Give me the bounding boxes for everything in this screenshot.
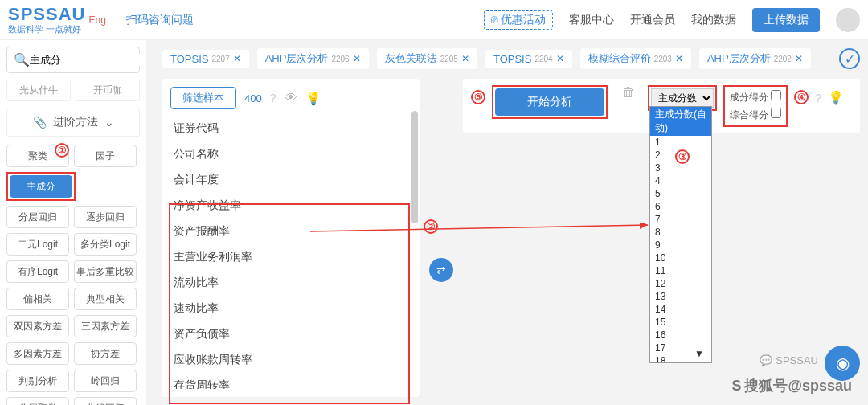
method-判别分析[interactable]: 判别分析 [6,370,69,392]
method-典型相关[interactable]: 典型相关 [74,288,137,310]
method-岭回归[interactable]: 岭回归 [74,370,137,392]
dropdown-option[interactable]: 5 [650,187,711,200]
dropdown-option[interactable]: 11 [650,264,711,277]
dropdown-option[interactable]: 10 [650,252,711,264]
help-icon-2[interactable]: ? [815,92,821,104]
eye-icon[interactable]: 👁 [285,91,297,105]
close-icon[interactable]: ✕ [233,53,241,64]
annotation-2: ② [424,219,438,234]
var-item[interactable]: 应收账款周转率 [170,347,411,373]
method-协方差[interactable]: 协方差 [74,342,137,365]
method-因子[interactable]: 因子 [74,145,137,167]
method-分层回归[interactable]: 分层回归 [6,206,69,228]
method-分层聚类[interactable]: 分层聚类 [6,397,69,405]
method-三因素方差[interactable]: 三因素方差 [74,315,137,338]
method-逐步回归[interactable]: 逐步回归 [74,206,137,228]
dropdown-option[interactable]: 4 [650,174,711,187]
close-icon[interactable]: ✕ [556,53,564,64]
close-icon[interactable]: ✕ [795,53,803,64]
var-item[interactable]: 会计年度 [170,167,411,193]
logo: SPSSAU [8,4,85,24]
nav-member[interactable]: 开通会员 [630,13,675,27]
search-icon: 🔍 [14,52,30,68]
promo-link[interactable]: ⎚ 优惠活动 [484,10,553,30]
search-input[interactable] [30,54,165,66]
method-二元Logit[interactable]: 二元Logit [6,233,69,256]
var-item[interactable]: 主营业务利润率 [170,244,411,270]
watermark: S 搜狐号@spssau [731,376,852,395]
dropdown-option[interactable]: 6 [650,200,711,213]
dropdown-option[interactable]: 7 [650,213,711,226]
dropdown-option[interactable]: 15 [650,316,711,329]
start-analysis-button[interactable]: 开始分析 [495,88,604,116]
var-item[interactable]: 公司名称 [170,141,411,167]
nav-support[interactable]: 客服中心 [569,13,614,27]
var-item[interactable]: 速动比率 [170,296,411,321]
method-主成分[interactable]: 主成分 [10,175,72,198]
dropdown-option[interactable]: 1 [650,136,711,149]
annotation-3: ③ [675,149,690,164]
sample-count: 400 [244,92,262,104]
trash-icon[interactable]: 🗑 [622,85,635,100]
upload-button[interactable]: 上传数据 [752,8,820,32]
composite-checkbox[interactable]: 综合得分 [730,108,781,122]
var-item[interactable]: 证券代码 [170,116,411,141]
dropdown-option[interactable]: 16 [650,329,711,342]
chevron-down-icon: ⌄ [104,116,114,129]
side-half-2[interactable]: 开币咖 [76,80,140,101]
method-偏相关[interactable]: 偏相关 [6,288,69,310]
filter-sample-button[interactable]: 筛选样本 [170,87,236,109]
annotation-5: ⑤ [471,90,485,104]
dropdown-option[interactable]: 9 [650,239,711,252]
side-half-1[interactable]: 光从什牛 [6,80,71,101]
avatar[interactable] [836,8,860,32]
var-item[interactable]: 流动比率 [170,270,411,296]
var-item[interactable]: 存货周转率 [170,373,411,389]
method-双因素方差[interactable]: 双因素方差 [6,315,69,338]
tab-2206[interactable]: AHP层次分析2206✕ [257,48,369,69]
tab-2207[interactable]: TOPSIS2207✕ [162,50,249,68]
annotation-4: ④ [794,90,809,104]
close-icon[interactable]: ✕ [675,53,683,64]
dropdown-option[interactable]: 12 [650,277,711,290]
bulb-icon-2[interactable]: 💡 [828,90,844,105]
search-input-wrap[interactable]: 🔍 ✕ [6,47,140,73]
dropdown-option[interactable]: 13 [650,290,711,303]
dropdown-option[interactable]: 14 [650,303,711,316]
transfer-button[interactable]: ⇄ [429,258,453,282]
method-多因素方差[interactable]: 多因素方差 [6,342,69,365]
svg-marker-1 [640,223,648,229]
method-曲线回归[interactable]: 曲线回归 [74,397,137,405]
tab-2202[interactable]: AHP层次分析2202✕ [699,48,811,69]
var-item[interactable]: 资产负债率 [170,321,411,347]
method-有序Logit[interactable]: 有序Logit [6,260,69,283]
lang-eng[interactable]: Eng [88,14,105,26]
scrollbar[interactable] [411,111,418,223]
bulb-icon[interactable]: 💡 [305,91,321,106]
tab-2204[interactable]: TOPSIS2204✕ [485,50,572,68]
scan-text[interactable]: 扫码咨询问题 [126,13,194,27]
close-icon[interactable]: ✕ [353,53,361,64]
annotation-1: ① [55,143,69,158]
paperclip-icon: 📎 [33,116,47,129]
score-checkbox[interactable]: 成分得分 [730,90,781,104]
var-item[interactable]: 净资产收益率 [170,193,411,219]
logo-slogan: 数据科学 一点就好 [8,23,85,35]
help-icon[interactable]: ? [270,92,276,104]
pc-count-select[interactable]: 主成分数(自 [651,88,714,108]
arrow-annotation [310,223,656,248]
method-事后多重比较[interactable]: 事后多重比较 [74,260,137,283]
dropdown-option[interactable]: 主成分数(自动) [650,107,711,136]
dropdown-option[interactable]: 8 [650,226,711,239]
advance-methods-toggle[interactable]: 📎 进阶方法 ⌄ [6,108,140,137]
pc-count-dropdown[interactable]: 主成分数(自动) 1234567891011121314151617181920… [649,106,712,363]
close-icon[interactable]: ✕ [461,53,469,64]
refresh-icon[interactable]: ✓ [839,48,860,69]
svg-line-0 [310,225,648,231]
tab-2205[interactable]: 灰色关联法2205✕ [377,48,477,69]
watermark-top: 💬 SPSSAU [760,354,818,366]
tab-2203[interactable]: 模糊综合评价2203✕ [580,48,691,69]
method-多分类Logit[interactable]: 多分类Logit [74,233,137,256]
scroll-down-icon[interactable]: ▼ [690,347,709,360]
nav-mydata[interactable]: 我的数据 [691,13,736,27]
